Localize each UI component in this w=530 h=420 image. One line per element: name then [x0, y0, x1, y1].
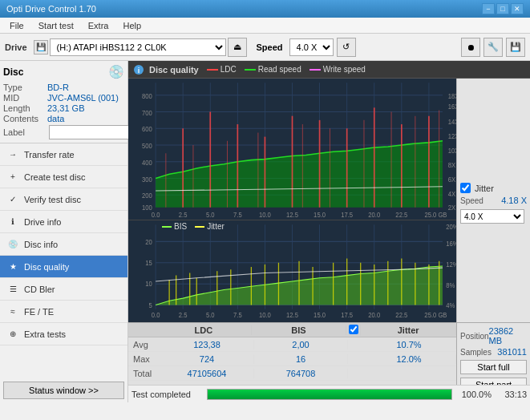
- settings-button[interactable]: 🔧: [483, 38, 503, 57]
- nav-label: CD Bler: [24, 285, 55, 294]
- menu-start-test[interactable]: Start test: [32, 19, 80, 32]
- svg-text:12%: 12%: [446, 260, 456, 269]
- svg-text:20: 20: [145, 237, 152, 246]
- length-value: 23,31 GB: [47, 103, 124, 113]
- bis-color-indicator: [162, 226, 172, 228]
- window-controls: − □ ✕: [482, 3, 524, 14]
- sidebar-item-fe-te[interactable]: ≈ FE / TE: [0, 301, 127, 323]
- position-row: Position 23862 MB: [460, 326, 527, 345]
- speed-side-value: 4.18 X: [501, 196, 527, 205]
- transfer-rate-icon: →: [6, 148, 19, 161]
- menu-help[interactable]: Help: [116, 19, 148, 32]
- label-row: Label 🔍: [3, 125, 124, 139]
- refresh-button[interactable]: ↺: [337, 38, 356, 57]
- jitter-header-checkbox[interactable]: [349, 325, 358, 334]
- lower-legend: BIS Jitter: [162, 222, 225, 231]
- svg-text:25.0 GB: 25.0 GB: [424, 210, 447, 219]
- svg-text:17.5: 17.5: [341, 311, 353, 320]
- svg-text:8X: 8X: [448, 160, 456, 169]
- svg-text:400: 400: [142, 158, 152, 167]
- svg-text:0.0: 0.0: [152, 311, 160, 320]
- cd-bler-icon: ☰: [6, 283, 19, 296]
- write-label: Write speed: [323, 65, 366, 74]
- jitter-checkbox[interactable]: [460, 183, 471, 193]
- speed-label: Speed: [257, 42, 283, 52]
- record-button[interactable]: ⏺: [461, 38, 480, 57]
- svg-text:17.5: 17.5: [341, 210, 353, 219]
- ldc-label: LDC: [220, 65, 237, 74]
- svg-text:20%: 20%: [446, 222, 456, 231]
- samples-label: Samples: [460, 348, 492, 357]
- status-window-button[interactable]: Status window >>: [3, 382, 124, 399]
- legend-ldc: LDC: [207, 65, 237, 74]
- sidebar-item-drive-info[interactable]: ℹ Drive info: [0, 211, 127, 233]
- contents-value: data: [47, 114, 124, 123]
- minimize-button[interactable]: −: [482, 3, 495, 14]
- svg-text:6X: 6X: [448, 175, 456, 184]
- drive-select[interactable]: (H:) ATAPI iHBS112 2 CL0K: [50, 38, 226, 56]
- speed-side-select[interactable]: 4.0 X: [460, 209, 524, 224]
- svg-text:15: 15: [145, 258, 152, 267]
- app-title: Opti Drive Control 1.70: [6, 4, 96, 14]
- maximize-button[interactable]: □: [496, 3, 509, 14]
- nav-label: Verify test disc: [24, 195, 81, 204]
- disc-title: Disc: [3, 67, 23, 78]
- sidebar-item-create-test-disc[interactable]: + Create test disc: [0, 166, 127, 188]
- samples-value: 381011: [497, 347, 527, 357]
- menu-extra[interactable]: Extra: [82, 19, 115, 32]
- bottom-stats-bar: LDC BIS Jitter Avg 123,38 2,00 10.7% Max: [128, 322, 530, 385]
- menu-bar: File Start test Extra Help: [0, 18, 530, 34]
- svg-text:2X: 2X: [448, 203, 456, 212]
- speed-select[interactable]: 4.0 X: [289, 38, 334, 56]
- nav-label: Disc quality: [24, 262, 69, 272]
- disc-info-table: Type BD-R MID JVC-AMS6L (001) Length 23,…: [3, 83, 124, 139]
- stats-row-total: Total 47105604 764708: [128, 366, 456, 381]
- position-label: Position: [460, 332, 489, 341]
- nav-label: Transfer rate: [24, 150, 75, 160]
- svg-text:2.5: 2.5: [179, 210, 188, 219]
- svg-text:5.0: 5.0: [206, 210, 215, 219]
- max-ldc: 724: [160, 354, 254, 364]
- svg-text:16%: 16%: [446, 239, 456, 248]
- sidebar-item-extra-tests[interactable]: ⊕ Extra tests: [0, 323, 127, 345]
- contents-label: Contents: [3, 114, 47, 123]
- eject-button[interactable]: ⏏: [228, 38, 247, 57]
- charts-area: 800 700 600 500 400 300 200 100 18X 16X …: [128, 79, 530, 322]
- progress-bar: [207, 389, 452, 400]
- avg-ldc: 123,38: [160, 340, 254, 349]
- sidebar-item-disc-quality[interactable]: ★ Disc quality: [0, 256, 127, 278]
- position-value: 23862 MB: [489, 326, 527, 345]
- sidebar-item-cd-bler[interactable]: ☰ CD Bler: [0, 278, 127, 301]
- svg-text:15.0: 15.0: [314, 210, 326, 219]
- svg-text:22.5: 22.5: [395, 210, 407, 219]
- sidebar-item-verify-test-disc[interactable]: ✓ Verify test disc: [0, 188, 127, 211]
- header-ldc: LDC: [156, 325, 252, 335]
- chart-header: i Disc quality LDC Read speed Write spee…: [128, 61, 530, 79]
- svg-text:5.0: 5.0: [206, 311, 215, 320]
- chart-legend: LDC Read speed Write speed: [207, 65, 366, 74]
- sidebar-item-disc-info[interactable]: 💿 Disc info: [0, 233, 127, 256]
- start-full-button[interactable]: Start full: [460, 360, 527, 374]
- save-button[interactable]: 💾: [506, 38, 525, 57]
- svg-text:10X: 10X: [448, 147, 456, 155]
- svg-text:4%: 4%: [446, 301, 455, 309]
- right-side-panel: Jitter Speed 4.18 X 4.0 X: [456, 79, 530, 322]
- legend-write: Write speed: [310, 65, 366, 74]
- svg-text:600: 600: [142, 125, 152, 134]
- svg-text:10.0: 10.0: [259, 311, 271, 320]
- jitter-label: Jitter: [207, 222, 225, 231]
- progress-bar-fill: [208, 390, 451, 399]
- svg-text:0.0: 0.0: [152, 210, 160, 219]
- read-label: Read speed: [258, 65, 301, 74]
- svg-text:i: i: [138, 67, 140, 75]
- menu-file[interactable]: File: [3, 19, 30, 32]
- jitter-text: Jitter: [475, 184, 494, 193]
- close-button[interactable]: ✕: [511, 3, 524, 14]
- right-content: i Disc quality LDC Read speed Write spee…: [128, 61, 530, 402]
- type-value: BD-R: [47, 83, 124, 92]
- disc-info-icon: 💿: [6, 238, 19, 251]
- jitter-row: Jitter: [460, 183, 527, 193]
- stats-row-avg: Avg 123,38 2,00 10.7%: [128, 337, 456, 352]
- extra-tests-icon: ⊕: [6, 328, 19, 341]
- sidebar-item-transfer-rate[interactable]: → Transfer rate: [0, 143, 127, 166]
